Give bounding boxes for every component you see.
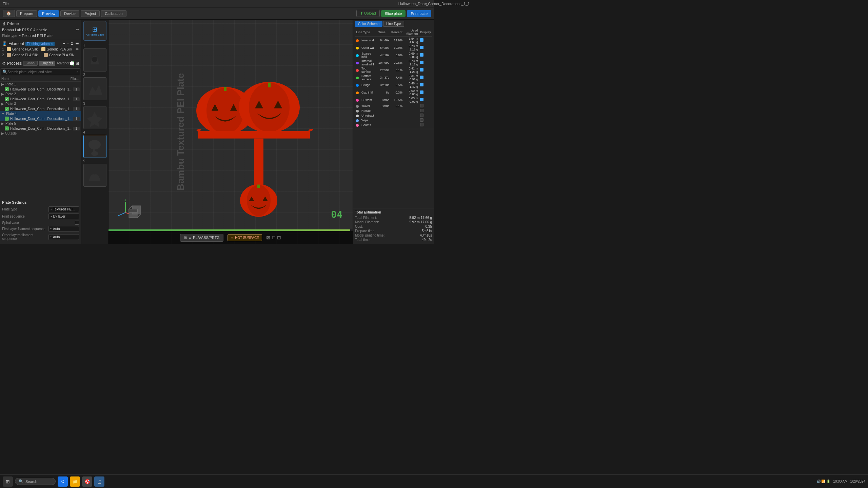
file-menu[interactable]: File: [3, 2, 9, 6]
filament-color-2[interactable]: [7, 53, 11, 57]
support-icon-1[interactable]: ⊠: [266, 235, 270, 240]
plate-5-file-1[interactable]: ✓ Halloween_Door_Corn...Decorations_1_5.…: [0, 126, 81, 131]
line-check-0[interactable]: [419, 37, 432, 44]
plate-3-file-1[interactable]: ✓ Halloween_Door_Corn...Decorations_1_3.…: [0, 106, 81, 111]
filament-name-2a[interactable]: Generic PLA Silk: [12, 53, 42, 57]
global-tab[interactable]: Global: [23, 61, 38, 66]
printer-edit-icon[interactable]: ✏: [76, 27, 79, 32]
filament-name-1b[interactable]: Generic PLA Silk: [47, 47, 75, 51]
viewport[interactable]: Bambu Textured PEI Plate: [108, 20, 353, 244]
line-type-tab[interactable]: Line Type: [383, 21, 404, 27]
upload-btn[interactable]: ⬆ Upload: [356, 10, 380, 17]
line-check-12[interactable]: [419, 118, 432, 123]
line-check-7[interactable]: [419, 89, 432, 96]
line-pct-12: [390, 118, 403, 123]
right-panel: Color Scheme Line Type Line Type Time Pe…: [353, 20, 434, 244]
thumb-2[interactable]: 2: [83, 73, 106, 100]
plate-1-label[interactable]: ▶ Plate 1: [0, 82, 81, 87]
thumb-img-3[interactable]: [83, 106, 106, 129]
slice-btn[interactable]: Slice plate: [381, 10, 406, 17]
filament-settings-btn[interactable]: ⚙: [70, 41, 74, 46]
thumb-img-4[interactable]: [83, 135, 106, 158]
plate-1-file-1[interactable]: ✓ Halloween_Door_Corn...Decorations_1_1.…: [0, 87, 81, 92]
plate-4-file-1[interactable]: ✓ Halloween_Door_Corn...Decorations_1_4.…: [0, 116, 81, 121]
object-search-box[interactable]: 🔍 ×: [1, 68, 80, 75]
support-icon-3[interactable]: ⊡: [277, 235, 281, 240]
color-scheme-tab[interactable]: Color Scheme: [355, 21, 382, 27]
thumb-4[interactable]: 4: [83, 130, 106, 158]
plate-type-setting-val[interactable]: ~ Textured PEI...: [48, 206, 79, 212]
filament-name-1a[interactable]: Generic PLA Silk: [12, 47, 40, 51]
line-check-5[interactable]: [419, 74, 432, 81]
filament-name-2b[interactable]: Generic PLA Silk: [49, 53, 79, 57]
thumb-img-5[interactable]: [83, 164, 106, 187]
search-icon: 🔍: [2, 69, 7, 74]
filament-color-1b[interactable]: [41, 47, 45, 51]
line-check-9[interactable]: [419, 104, 432, 108]
line-check-10[interactable]: [419, 108, 432, 113]
prepare-btn[interactable]: Prepare: [16, 10, 37, 17]
home-btn[interactable]: 🏠: [3, 10, 15, 17]
col-name-header: Name: [1, 77, 70, 81]
thumb-1[interactable]: 1: [83, 44, 106, 72]
filament-color-1[interactable]: [7, 47, 11, 51]
file-check-5[interactable]: ✓: [5, 126, 9, 130]
file-check-3[interactable]: ✓: [5, 107, 9, 111]
printer-name[interactable]: Bambu Lab P1S 0.4 nozzle: [2, 28, 47, 32]
right-panel-top: Color Scheme Line Type Line Type Time Pe…: [353, 20, 434, 129]
device-btn[interactable]: Device: [60, 10, 79, 17]
other-layers-val[interactable]: ~ Auto: [48, 234, 79, 240]
thumb-img-2[interactable]: [83, 77, 106, 100]
line-check-4[interactable]: [419, 66, 432, 74]
advanced-toggle[interactable]: [73, 61, 74, 66]
print-btn[interactable]: Print plate: [407, 10, 431, 17]
thumb-svg-1: [85, 51, 104, 69]
project-btn[interactable]: Project: [81, 10, 100, 17]
line-time-10: [377, 108, 390, 113]
line-check-6[interactable]: [419, 81, 432, 89]
plate-4-group: ▼ Plate 4 ✓ Halloween_Door_Corn...Decora…: [0, 111, 81, 121]
objects-tab[interactable]: Objects: [39, 61, 55, 66]
line-check-1[interactable]: [419, 44, 432, 52]
line-check-3[interactable]: [419, 59, 432, 66]
plate-2-label[interactable]: ▶ Plate 2: [0, 92, 81, 97]
search-clear-btn[interactable]: ×: [77, 70, 79, 74]
calibration-btn[interactable]: Calibration: [101, 10, 126, 17]
support-icon-2[interactable]: □: [272, 235, 275, 240]
first-layer-val[interactable]: ~ Auto: [48, 226, 79, 232]
preview-btn[interactable]: Preview: [38, 10, 59, 17]
line-check-11[interactable]: [419, 113, 432, 118]
thumb-5[interactable]: 5: [83, 159, 106, 187]
remove-filament-btn[interactable]: −: [66, 41, 69, 46]
line-time-6: 3m10s: [377, 81, 390, 89]
thumb-img-1[interactable]: [83, 48, 106, 72]
all-plates-btn[interactable]: ⊞ All Plates Slide: [83, 21, 106, 41]
model-print-label: Model printing time:: [355, 233, 384, 237]
plate-4-label[interactable]: ▼ Plate 4: [0, 111, 81, 116]
line-check-8[interactable]: [419, 96, 432, 104]
line-type-row-1: Outer wall 5m20s 10.9% 0.73 m 2.18 g: [355, 44, 432, 52]
line-used-2: 0.69 m 2.05 g: [403, 52, 419, 59]
filament-menu-btn[interactable]: ☰: [75, 41, 79, 46]
add-filament-btn[interactable]: +: [63, 41, 65, 46]
process-grid-icon[interactable]: ⊞: [76, 61, 79, 66]
plate-type-value[interactable]: ~ Textured PEI Plate: [18, 34, 52, 38]
file-check-1[interactable]: ✓: [5, 87, 9, 91]
file-check-4[interactable]: ✓: [5, 117, 9, 121]
filament-icon: 🧵: [2, 41, 7, 46]
filament-color-2b[interactable]: [44, 53, 48, 57]
filament-edit-1[interactable]: ✏: [76, 47, 79, 52]
line-check-13[interactable]: [419, 123, 432, 127]
print-seq-setting-label: Print sequence: [2, 215, 47, 218]
thumb-3[interactable]: 3: [83, 102, 106, 129]
print-seq-setting-val[interactable]: ~ By layer: [48, 214, 79, 219]
cost-val: 0.35: [426, 225, 432, 228]
file-check-2[interactable]: ✓: [5, 97, 9, 101]
line-check-2[interactable]: [419, 52, 432, 59]
object-search-input[interactable]: [7, 70, 77, 74]
plate-5-label[interactable]: ▶ Plate 5: [0, 121, 81, 126]
plate-3-label[interactable]: ▶ Plate 3: [0, 101, 81, 106]
flushing-volumes-btn[interactable]: Flushing volumes: [25, 42, 55, 46]
spiral-vase-checkbox[interactable]: [75, 221, 79, 225]
plate-2-file-1[interactable]: ✓ Halloween_Door_Corn...Decorations_1_2.…: [0, 97, 81, 101]
